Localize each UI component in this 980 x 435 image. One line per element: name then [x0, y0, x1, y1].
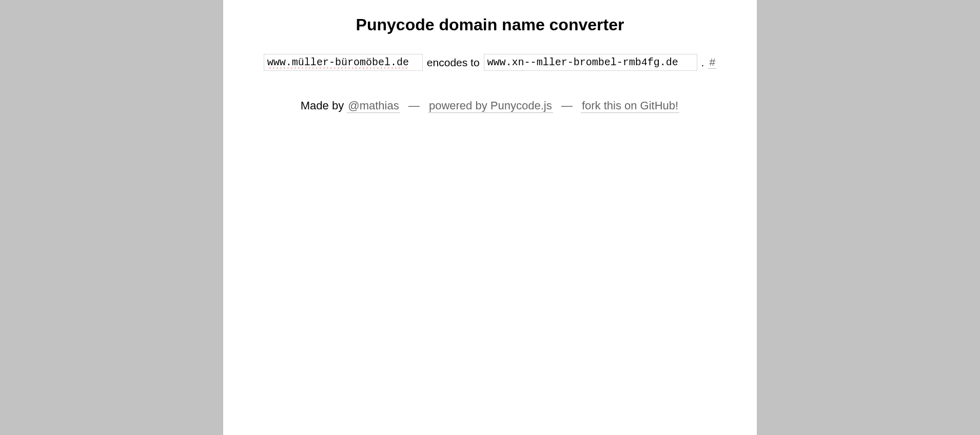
made-by-label: Made by	[301, 99, 344, 112]
encoded-input[interactable]	[484, 54, 697, 71]
fork-link[interactable]: fork this on GitHub!	[581, 99, 679, 113]
page-title: Punycode domain name converter	[223, 15, 757, 34]
period-text: .	[701, 56, 704, 69]
separator: —	[561, 99, 573, 112]
permalink[interactable]: #	[708, 56, 716, 69]
page-container: Punycode domain name converter encodes t…	[223, 0, 757, 435]
author-link[interactable]: @mathias	[347, 99, 400, 113]
decoded-input[interactable]	[264, 54, 423, 71]
footer: Made by @mathias — powered by Punycode.j…	[223, 99, 757, 112]
converter-row: encodes to . #	[223, 54, 757, 71]
encodes-to-label: encodes to	[427, 56, 480, 69]
powered-by-link[interactable]: powered by Punycode.js	[428, 99, 553, 113]
separator: —	[408, 99, 420, 112]
